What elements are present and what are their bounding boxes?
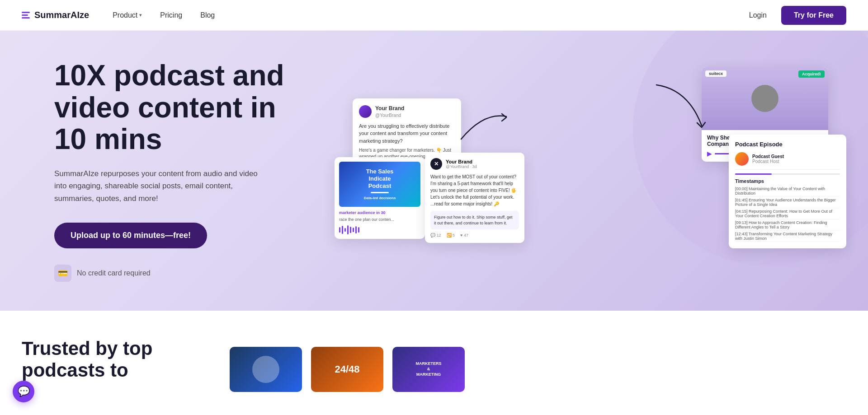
x-name: Your Brand [446, 159, 477, 164]
podcast-tag: marketer audience in 30 [339, 210, 420, 215]
timestamp-item: [12:43] Transforming Your Content Market… [735, 231, 840, 242]
podcast-thumbnail: The Sales Indicate Podcast Data-led deci… [339, 162, 420, 207]
podcast-thumb-1 [230, 347, 302, 392]
nav-right: Login Try for Free [742, 6, 846, 25]
logo-icon [22, 12, 30, 19]
tweet-name: Your Brand [375, 105, 404, 112]
navbar: SummarAIze Product ▾ Pricing Blog Login … [0, 0, 868, 31]
chat-button[interactable]: 💬 [13, 381, 34, 402]
timestamp-item: [01:45] Ensuring Your Audience Understan… [735, 197, 840, 208]
podcast-card: The Sales Indicate Podcast Data-led deci… [335, 157, 425, 239]
tweet-text: Are you struggling to effectively distri… [359, 122, 455, 145]
guest-avatar [735, 152, 749, 166]
x-retweet: 🔁 5 [447, 233, 455, 238]
credit-card-icon: 💳 [54, 265, 71, 282]
timestamp-item: [09:13] How to Approach Content Creation… [735, 219, 840, 231]
arrow-1-icon [457, 107, 511, 144]
nav-blog[interactable]: Blog [193, 8, 222, 23]
guest-name: Podcast Guest [752, 154, 784, 159]
play-icon[interactable]: ▶ [707, 150, 712, 157]
hero-cta-button[interactable]: Upload up to 60 minutes—free! [54, 223, 207, 248]
hero-content: 10X podcast and video content in 10 mins… [54, 60, 307, 282]
episode-card: Podcast Episode Podcast Guest Podcast Ho… [729, 135, 846, 248]
timestamps-label: Timestamps [735, 178, 840, 184]
video-person-avatar [751, 85, 778, 112]
x-note: Figure out how to do it. Ship some stuff… [430, 211, 519, 229]
podcast-bar [339, 225, 420, 234]
timestamp-item: [00:00] Maintaining the Value of Your Co… [735, 186, 840, 197]
podcast-thumb-2: 24/48 [311, 347, 383, 392]
nav-product[interactable]: Product ▾ [105, 8, 149, 23]
timestamp-item: [04:15] Repurposing Content: How to Get … [735, 208, 840, 219]
x-avatar: ✕ [430, 158, 442, 170]
no-cc-text: No credit card required [77, 269, 151, 277]
video-badge: Acquired! [798, 70, 825, 78]
lower-title: Trusted by top podcasts to [22, 338, 203, 381]
video-thumbnail: suitecx Acquired! [702, 67, 828, 130]
podcast-desc: race the one plan our conten... [339, 217, 420, 223]
guest-role: Podcast Host [752, 159, 784, 164]
no-credit-card: 💳 No credit card required [54, 265, 307, 282]
x-like: ♥ 47 [460, 233, 468, 238]
hero-subtitle: SummarAIze repurposes your content from … [54, 168, 271, 205]
chevron-down-icon: ▾ [139, 12, 142, 18]
timestamps-list: [00:00] Maintaining the Value of Your Co… [735, 186, 840, 242]
try-free-button[interactable]: Try for Free [781, 6, 846, 25]
episode-title: Podcast Episode [735, 141, 840, 148]
x-text: Want to get the MOST out of your content… [430, 173, 519, 207]
tweet-avatar [359, 105, 372, 118]
x-post-card: ✕ Your Brand @YourBrand · 3d Want to get… [425, 153, 524, 243]
logo[interactable]: SummarAIze [22, 10, 89, 20]
podcast-thumb-3: MARKETERS&MARKETING [392, 347, 465, 392]
logo-text: SummarAIze [34, 10, 89, 20]
tweet-handle: @YourBrand [375, 112, 404, 119]
podcast-thumbnails: 24/48 MARKETERS&MARKETING [230, 347, 465, 392]
hero-title: 10X podcast and video content in 10 mins [54, 60, 307, 155]
login-button[interactable]: Login [742, 8, 774, 23]
hero-visual: Your Brand @YourBrand Are you struggling… [326, 62, 846, 279]
lower-section: Trusted by top podcasts to 24/48 MARKETE… [0, 311, 868, 415]
x-handle: @YourBrand · 3d [446, 164, 477, 169]
nav-pricing[interactable]: Pricing [153, 8, 189, 23]
video-overlay: suitecx [705, 70, 726, 77]
hero-section: 10X podcast and video content in 10 mins… [0, 31, 868, 311]
x-reply: 💬 12 [430, 233, 441, 238]
nav-links: Product ▾ Pricing Blog [105, 8, 222, 23]
nav-left: SummarAIze Product ▾ Pricing Blog [22, 8, 222, 23]
arrow-2-icon [652, 80, 706, 135]
